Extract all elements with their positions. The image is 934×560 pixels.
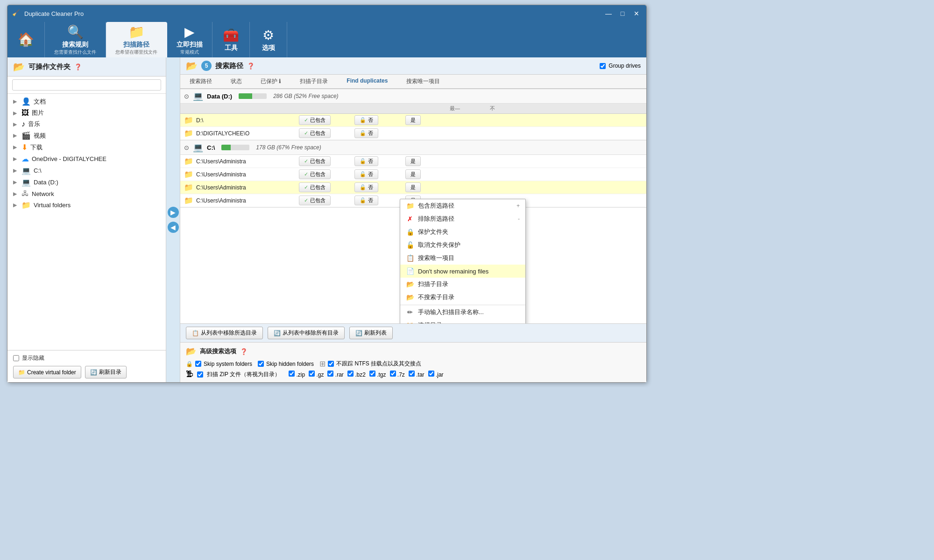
status-included-button[interactable]: ✓ 已包含 <box>299 156 331 166</box>
refresh-icon: 🔄 <box>355 330 362 336</box>
panel-help-icon[interactable]: ❓ <box>247 63 255 70</box>
group-drives-checkbox[interactable] <box>600 63 606 69</box>
tab-search-path[interactable]: 搜索路径 <box>180 75 221 89</box>
minimize-button[interactable]: — <box>603 8 614 19</box>
toolbar-scan-path[interactable]: 📁 扫描路径 您希望在哪里找文件 <box>106 22 167 57</box>
toolbar-options[interactable]: ⚙ 选项 <box>250 22 287 57</box>
ctx-search-unique[interactable]: 📋 搜索唯一项目 <box>400 252 525 265</box>
maximize-button[interactable]: □ <box>617 8 628 19</box>
path-row[interactable]: 📁 D:\DIGITALYCHEE\O ✓ 已包含 🔓 <box>180 127 646 140</box>
show-hidden-checkbox[interactable] <box>13 355 19 361</box>
remove-all-button[interactable]: 🔄 从列表中移除所有目录 <box>268 327 345 339</box>
ctx-no-scan-subdir[interactable]: 📂 不搜索子目录 <box>400 291 525 304</box>
sidebar-item-pictures[interactable]: ▶ 🖼 图片 <box>7 107 166 119</box>
unlock-icon: 🔓 <box>406 241 414 249</box>
sidebar-item-label: 文档 <box>34 98 46 106</box>
nav-back-arrow[interactable]: ◀ <box>168 222 179 233</box>
sidebar-item-label: Network <box>32 190 54 197</box>
tab-scan-subdir[interactable]: 扫描子目录 <box>290 75 337 89</box>
refresh-dir-button[interactable]: 🔄 刷新目录 <box>85 366 127 378</box>
ctx-include-path[interactable]: 📁 包含所选路径 + <box>400 199 525 212</box>
cloud-icon: ☁ <box>21 154 29 163</box>
ctx-dont-show-remaining[interactable]: 📄 Don't show remaining files <box>400 265 525 278</box>
skip-hidden-checkbox[interactable] <box>258 361 264 367</box>
sidebar-item-label: 图片 <box>32 109 44 117</box>
status-included-button[interactable]: ✓ 已包含 <box>299 196 331 205</box>
lock-no-button[interactable]: 🔓 否 <box>354 156 378 166</box>
toolbar-home[interactable]: 🏠 <box>7 22 45 57</box>
status-included-button[interactable]: ✓ 已包含 <box>299 128 331 138</box>
sidebar-item-network[interactable]: ▶ 🖧 Network <box>7 188 166 199</box>
sub-yes-button[interactable]: 是 <box>405 156 421 166</box>
path-name: D:\DIGITALYCHEE\O <box>196 130 249 137</box>
path-row[interactable]: 📁 C:\Users\Administra ✓ 已包含 🔓 <box>180 168 646 181</box>
sub-yes-button[interactable]: 是 <box>405 115 421 125</box>
close-button[interactable]: ✕ <box>631 8 642 19</box>
status-label: 已包含 <box>310 197 325 204</box>
ctx-select-dir[interactable]: 📂 选择目录... <box>400 319 525 323</box>
drive-d-collapse[interactable]: ⊙ <box>184 93 189 100</box>
zip-checkbox[interactable] <box>197 371 203 378</box>
no-ntfs-label: 不跟踪 NTFS 挂载点以及其交接点 <box>336 360 421 368</box>
refresh-list-button[interactable]: 🔄 刷新列表 <box>349 327 393 339</box>
sidebar-item-video[interactable]: ▶ 🎬 视频 <box>7 130 166 141</box>
path-name: C:\Users\Administra <box>196 158 246 165</box>
sidebar-item-download[interactable]: ▶ ⬇ 下载 <box>7 141 166 153</box>
ctx-scan-subdir[interactable]: 📂 扫描子目录 <box>400 278 525 291</box>
path-row[interactable]: 📁 C:\Users\Administra ✓ 已包含 🔓 <box>180 155 646 168</box>
nav-arrows: ▶ ◀ <box>166 57 180 382</box>
path-row[interactable]: 📁 D:\ ✓ 已包含 🔓 否 <box>180 114 646 127</box>
expand-icon: ▶ <box>13 179 19 185</box>
expand-icon: ▶ <box>13 202 19 208</box>
drives-area: ⊙ 💻 Data (D:) 286 GB (52% Free space) <box>180 89 646 323</box>
drive-d-header: ⊙ 💻 Data (D:) 286 GB (52% Free space) <box>180 89 646 104</box>
remove-selected-button[interactable]: 📋 从列表中移除所选目录 <box>186 327 263 339</box>
status-included-button[interactable]: ✓ 已包含 <box>299 182 331 192</box>
ctx-label: Don't show remaining files <box>418 268 488 275</box>
status-included-button[interactable]: ✓ 已包含 <box>299 115 331 125</box>
lock-no-button[interactable]: 🔓 否 <box>354 169 378 179</box>
ctx-cancel-protect[interactable]: 🔓 取消文件夹保护 <box>400 238 525 252</box>
skip-hidden-label: Skip hidden folders <box>266 361 314 367</box>
ctx-exclude-path[interactable]: ✗ 排除所选路径 - <box>400 212 525 225</box>
no-ntfs-checkbox[interactable] <box>328 361 334 367</box>
search-input[interactable] <box>12 79 161 91</box>
lock-no-button[interactable]: 🔓 否 <box>354 196 378 205</box>
sidebar-help-icon[interactable]: ❓ <box>74 63 82 70</box>
drive-d-icon: 💻 <box>193 91 203 101</box>
sidebar-item-docs[interactable]: ▶ 👤 文档 <box>7 96 166 107</box>
sidebar-item-label: 视频 <box>34 132 46 140</box>
status-included-button[interactable]: ✓ 已包含 <box>299 169 331 179</box>
toolbar-quick-scan[interactable]: ▶ 立即扫描 常规模式 <box>167 22 212 57</box>
sub-yes-button[interactable]: 是 <box>405 169 421 179</box>
ctx-label: 取消文件夹保护 <box>418 241 460 249</box>
sidebar-item-c[interactable]: ▶ 💻 C:\ <box>7 165 166 176</box>
sub-yes-button[interactable]: 是 <box>405 182 421 192</box>
nav-forward-arrow[interactable]: ▶ <box>168 207 179 218</box>
window-controls: — □ ✕ <box>603 8 642 19</box>
sub-label: 是 <box>410 158 416 165</box>
create-virtual-folder-button[interactable]: 📁 Create virtual folder <box>13 366 81 378</box>
tab-protected[interactable]: 已保护 ℹ <box>251 75 290 89</box>
advanced-section: 📂 高级搜索选项 ❓ 🔒 Skip system folders Skip hi… <box>180 342 646 382</box>
lock-no-button[interactable]: 🔓 否 <box>354 115 378 125</box>
ctx-manual-input[interactable]: ✏ 手动输入扫描目录名称... <box>400 305 525 319</box>
folder-icon: 📁 <box>184 129 193 138</box>
sidebar-item-music[interactable]: ▶ ♪ 音乐 <box>7 119 166 130</box>
tab-find-duplicates[interactable]: Find duplicates <box>337 75 397 89</box>
lock-no-button[interactable]: 🔓 否 <box>354 128 378 138</box>
sidebar-item-d[interactable]: ▶ 💻 Data (D:) <box>7 176 166 188</box>
lock-no-button[interactable]: 🔓 否 <box>354 182 378 192</box>
sidebar-item-onedrive[interactable]: ▶ ☁ OneDrive - DIGITALYCHEE <box>7 153 166 165</box>
tab-status[interactable]: 状态 <box>221 75 251 89</box>
sidebar-item-virtual[interactable]: ▶ 📁 Virtual folders <box>7 199 166 211</box>
ctx-protect-folder[interactable]: 🔒 保护文件夹 <box>400 225 525 238</box>
drive-c-collapse[interactable]: ⊙ <box>184 144 189 151</box>
advanced-help-icon[interactable]: ❓ <box>240 348 248 355</box>
toolbar-tools[interactable]: 🧰 工具 <box>212 22 250 57</box>
tab-search-unique[interactable]: 搜索唯一项目 <box>397 75 449 89</box>
path-row[interactable]: 📁 C:\Users\Administra ✓ 已包含 🔓 <box>180 181 646 194</box>
skip-sys-checkbox[interactable] <box>195 361 201 367</box>
panel-folder-icon: 📂 <box>186 60 198 71</box>
toolbar-search-rules[interactable]: 🔍 搜索规则 您需要查找什么文件 <box>45 22 106 57</box>
